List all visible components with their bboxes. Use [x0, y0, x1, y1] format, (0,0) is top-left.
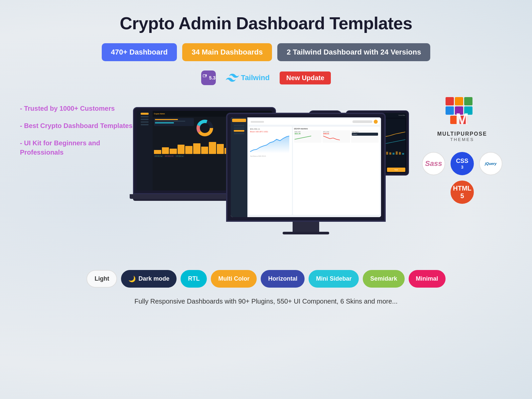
multicolor-mode-label: Multi Color	[218, 275, 249, 282]
brand-logos: M MULTIPURPOSE THEMES Sass CSS 3 jQuery	[412, 97, 512, 257]
bootstrap-icon: 5.3	[201, 70, 216, 85]
svg-rect-60	[389, 152, 391, 155]
new-update-label: New Update	[286, 74, 324, 81]
dashboard-count-badge: 470+ Dashboard	[102, 43, 177, 61]
semidark-mode-button[interactable]: Semidark	[363, 270, 404, 288]
tech-row: 5.3 Tailwind New Update	[20, 70, 512, 85]
page-title: Crypto Admin Dashboard Templates	[20, 13, 512, 33]
multipurpose-logo: M MULTIPURPOSE THEMES	[437, 97, 487, 142]
horizontal-mode-button[interactable]: Horizontal	[261, 270, 305, 288]
brand-name: MULTIPURPOSE	[437, 131, 487, 137]
svg-rect-61	[393, 153, 395, 155]
feature-1: - Trusted by 1000+ Customers	[20, 104, 140, 113]
laptop-sidebar	[137, 111, 153, 191]
svg-rect-63	[399, 152, 401, 155]
bootstrap-badge: 5.3	[201, 70, 216, 85]
feature-2: - Best Crypto Dashboard Templates	[20, 121, 140, 130]
skin-modes-row: Light 🌙 Dark mode RTL Multi Color Horizo…	[20, 270, 512, 288]
btc-price-chart	[250, 133, 289, 153]
minimal-mode-button[interactable]: Minimal	[409, 270, 446, 288]
monitor-mockup: $56,456.11 Bitcoin USD (BTC-USD)	[226, 113, 386, 234]
svg-rect-67	[464, 97, 472, 105]
tailwind-badge: 2 Tailwind Dashboard with 24 Versions	[277, 43, 430, 61]
semidark-mode-label: Semidark	[370, 275, 397, 282]
main-dashboards-badge: 34 Main Dashboards	[182, 43, 272, 61]
tailwind-label: Tailwind	[241, 73, 270, 82]
footer-description: Fully Responsive Dashboards with 90+ Plu…	[20, 298, 512, 305]
new-update-badge: New Update	[280, 71, 331, 84]
mini-sidebar-mode-label: Mini Sidebar	[316, 275, 351, 282]
svg-rect-64	[402, 153, 404, 155]
mini-sidebar-mode-button[interactable]: Mini Sidebar	[309, 270, 359, 288]
svg-rect-65	[446, 97, 454, 105]
jquery-icon: jQuery	[479, 152, 502, 175]
svg-text:M: M	[456, 110, 469, 127]
footer-text: Fully Responsive Dashboards with 90+ Plu…	[134, 298, 398, 305]
tech-icons-row: Sass CSS 3 jQuery HTML 5	[412, 152, 512, 204]
brand-sub: THEMES	[437, 137, 487, 142]
monitor-screen: $56,456.11 Bitcoin USD (BTC-USD)	[231, 117, 381, 217]
tailwind-badge-label: 2 Tailwind Dashboard with 24 Versions	[287, 48, 421, 57]
svg-rect-62	[396, 151, 398, 155]
donut-chart	[195, 118, 215, 138]
css3-icon: CSS 3	[451, 152, 474, 175]
m-logo-icon: M	[446, 97, 479, 127]
minimal-mode-label: Minimal	[416, 275, 438, 282]
dashboard-preview-area: Crypto Admin	[140, 97, 412, 257]
features-panel: - Trusted by 1000+ Customers - Best Cryp…	[20, 97, 140, 257]
bootstrap-version: 5.3	[209, 75, 215, 80]
rtl-mode-button[interactable]: RTL	[181, 270, 207, 288]
svg-rect-59	[386, 152, 388, 155]
light-mode-label: Light	[94, 275, 109, 282]
tailwind-icon	[226, 73, 239, 82]
rtl-mode-label: RTL	[188, 275, 200, 282]
dark-mode-button[interactable]: 🌙 Dark mode	[121, 270, 177, 288]
html5-icon: HTML 5	[451, 181, 474, 204]
feature-3: - UI Kit for Beginners and Professionals	[20, 138, 140, 157]
horizontal-mode-label: Horizontal	[268, 275, 297, 282]
badge-row: 470+ Dashboard 34 Main Dashboards 2 Tail…	[20, 43, 512, 61]
content-area: - Trusted by 1000+ Customers - Best Cryp…	[20, 97, 512, 257]
sass-icon: Sass	[422, 152, 445, 175]
dark-mode-icon: 🌙	[128, 275, 136, 283]
main-dashboards-label: 34 Main Dashboards	[192, 48, 263, 57]
tailwind-tech-badge: Tailwind	[226, 73, 270, 82]
dashboard-count-label: 470+ Dashboard	[111, 48, 168, 57]
light-mode-button[interactable]: Light	[86, 270, 117, 288]
svg-rect-68	[446, 106, 454, 115]
dark-mode-label: Dark mode	[138, 275, 169, 282]
svg-rect-66	[455, 97, 463, 105]
multicolor-mode-button[interactable]: Multi Color	[211, 270, 257, 288]
